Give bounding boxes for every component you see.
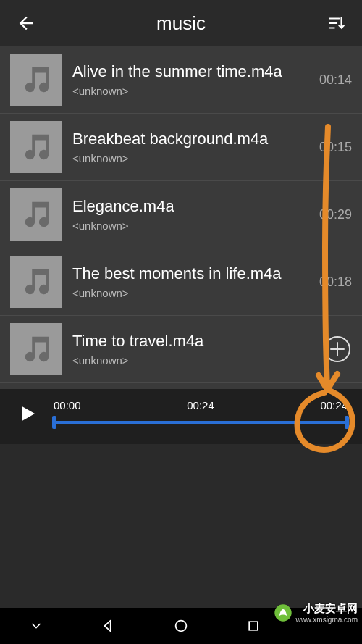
track-duration: 00:29 [319, 207, 352, 222]
time-mid: 00:24 [187, 399, 214, 411]
track-item[interactable]: Alive in the summer time.m4a <unknown> 0… [0, 46, 362, 114]
player-bar: 00:00 00:24 00:24 [0, 389, 362, 444]
track-duration: 00:14 [319, 72, 352, 88]
music-note-icon [20, 63, 53, 96]
empty-area [0, 444, 362, 608]
track-duration: 00:18 [319, 275, 352, 290]
nav-recent-icon [246, 619, 261, 633]
nav-back-icon [101, 618, 117, 634]
watermark-url: www.xmsigma.com [295, 616, 358, 624]
sort-icon [327, 14, 345, 33]
page-title: music [156, 12, 206, 35]
svg-point-1 [176, 621, 187, 632]
track-title: Elegance.m4a [72, 197, 313, 216]
track-list: Alive in the summer time.m4a <unknown> 0… [0, 46, 362, 383]
chevron-down-icon [29, 619, 43, 633]
track-meta: Alive in the summer time.m4a <unknown> [72, 62, 313, 96]
track-artist: <unknown> [72, 287, 313, 299]
watermark-logo-icon [274, 603, 292, 622]
music-note-icon [20, 130, 53, 164]
nav-recent-button[interactable] [232, 611, 275, 640]
nav-home-icon [173, 618, 189, 634]
time-end: 00:24 [320, 399, 348, 411]
track-title: Breakbeat background.m4a [72, 130, 313, 149]
watermark-text: 小麦安卓网 [295, 602, 358, 616]
track-item[interactable]: The best moments in life.m4a <unknown> 0… [0, 248, 362, 316]
nav-home-button[interactable] [159, 611, 203, 640]
track-title: Alive in the summer time.m4a [72, 62, 313, 81]
track-artist: <unknown> [72, 219, 313, 232]
play-button[interactable] [12, 398, 43, 430]
watermark: 小麦安卓网 www.xmsigma.com [274, 602, 358, 624]
nav-back-button[interactable] [87, 611, 130, 640]
music-note-icon [20, 198, 53, 231]
track-artist: <unknown> [72, 85, 313, 97]
music-note-icon [20, 333, 53, 366]
track-title: Time to travel.m4a [72, 332, 306, 351]
range-handle-start[interactable] [52, 416, 56, 429]
track-meta: The best moments in life.m4a <unknown> [72, 264, 313, 298]
arrow-left-icon [16, 13, 36, 33]
nav-expand-button[interactable] [14, 611, 58, 640]
app-header: music [0, 0, 362, 46]
track-thumbnail [10, 121, 62, 173]
add-track-button[interactable] [323, 335, 352, 364]
back-button[interactable] [12, 9, 41, 38]
timeline[interactable]: 00:00 00:24 00:24 [51, 399, 350, 429]
track-meta: Elegance.m4a <unknown> [72, 197, 313, 231]
music-note-icon [20, 265, 53, 298]
track-item[interactable]: Breakbeat background.m4a <unknown> 00:15 [0, 114, 362, 181]
track-artist: <unknown> [72, 152, 313, 164]
track-thumbnail [10, 54, 62, 106]
track-item[interactable]: Elegance.m4a <unknown> 00:29 [0, 181, 362, 248]
svg-rect-2 [249, 622, 258, 630]
range-handle-end[interactable] [345, 416, 349, 429]
seek-track[interactable] [51, 416, 350, 429]
track-meta: Breakbeat background.m4a <unknown> [72, 130, 313, 164]
track-artist: <unknown> [72, 354, 306, 367]
track-item[interactable]: Time to travel.m4a <unknown> [0, 316, 362, 383]
track-thumbnail [10, 323, 62, 375]
track-thumbnail [10, 256, 62, 308]
track-thumbnail [10, 188, 62, 241]
track-title: The best moments in life.m4a [72, 264, 313, 283]
time-start: 00:00 [54, 399, 81, 411]
play-icon [17, 403, 38, 425]
sort-button[interactable] [321, 9, 350, 38]
track-meta: Time to travel.m4a <unknown> [72, 332, 306, 366]
track-duration: 00:15 [319, 140, 352, 155]
